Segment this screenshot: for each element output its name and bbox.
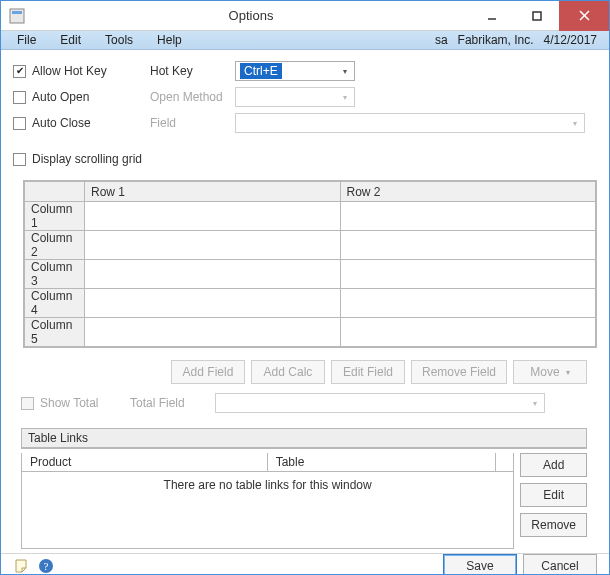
- grid-row-header: Column 5: [25, 318, 85, 347]
- move-button[interactable]: Move▾: [513, 360, 587, 384]
- close-button[interactable]: [559, 1, 609, 31]
- grid-cell[interactable]: [340, 260, 596, 289]
- hot-key-label: Hot Key: [150, 64, 235, 78]
- note-icon[interactable]: [13, 557, 31, 575]
- cancel-button[interactable]: Cancel: [523, 554, 597, 575]
- grid-cell[interactable]: [340, 202, 596, 231]
- links-col-tail: [495, 453, 513, 471]
- allow-hot-key-label: Allow Hot Key: [32, 64, 150, 78]
- grid-cell[interactable]: [85, 202, 341, 231]
- add-calc-button[interactable]: Add Calc: [251, 360, 325, 384]
- grid-cell[interactable]: [85, 318, 341, 347]
- chevron-down-icon: ▾: [568, 116, 582, 130]
- minimize-button[interactable]: [469, 1, 514, 31]
- svg-rect-1: [12, 11, 22, 14]
- grid-row-header: Column 4: [25, 289, 85, 318]
- grid-button-row: Add Field Add Calc Edit Field Remove Fie…: [13, 360, 587, 384]
- status-date: 4/12/2017: [544, 33, 597, 47]
- chevron-down-icon: ▾: [338, 64, 352, 78]
- grid-cell[interactable]: [340, 318, 596, 347]
- table-links-section: Table Links: [21, 428, 587, 449]
- grid-row-header: Column 3: [25, 260, 85, 289]
- auto-open-checkbox[interactable]: [13, 91, 26, 104]
- auto-open-label: Auto Open: [32, 90, 150, 104]
- display-scrolling-grid-checkbox[interactable]: [13, 153, 26, 166]
- menu-tools[interactable]: Tools: [95, 31, 143, 49]
- field-combo[interactable]: ▾: [235, 113, 585, 133]
- menu-help[interactable]: Help: [147, 31, 192, 49]
- status-user: sa: [435, 33, 448, 47]
- total-field-combo[interactable]: ▾: [215, 393, 545, 413]
- footer: ? Save Cancel: [1, 553, 609, 575]
- add-field-button[interactable]: Add Field: [171, 360, 245, 384]
- svg-rect-3: [533, 12, 541, 20]
- grid-cell[interactable]: [340, 289, 596, 318]
- table-links-header: Table Links: [22, 429, 586, 448]
- hot-key-combo[interactable]: Ctrl+E ▾: [235, 61, 355, 81]
- grid-row-header: Column 2: [25, 231, 85, 260]
- show-total-label: Show Total: [40, 396, 130, 410]
- allow-hot-key-checkbox[interactable]: ✔: [13, 65, 26, 78]
- grid-cell[interactable]: [85, 260, 341, 289]
- svg-text:?: ?: [44, 560, 49, 572]
- move-button-label: Move: [530, 365, 559, 379]
- chevron-down-icon: ▾: [528, 396, 542, 410]
- display-scrolling-grid-label: Display scrolling grid: [32, 152, 142, 166]
- links-edit-button[interactable]: Edit: [520, 483, 587, 507]
- links-add-button[interactable]: Add: [520, 453, 587, 477]
- field-label: Field: [150, 116, 235, 130]
- chevron-down-icon: ▾: [566, 368, 570, 377]
- grid-col-header: Row 1: [85, 182, 341, 202]
- chevron-down-icon: ▾: [338, 90, 352, 104]
- grid-col-header: Row 2: [340, 182, 596, 202]
- auto-close-label: Auto Close: [32, 116, 150, 130]
- open-method-combo[interactable]: ▾: [235, 87, 355, 107]
- open-method-label: Open Method: [150, 90, 235, 104]
- menubar: File Edit Tools Help sa Fabrikam, Inc. 4…: [1, 31, 609, 50]
- field-grid: Row 1 Row 2 Column 1 Column 2 Column 3 C…: [23, 180, 597, 348]
- window-title: Options: [33, 8, 469, 23]
- table-links-list: Product Table There are no table links f…: [21, 453, 514, 549]
- menu-edit[interactable]: Edit: [50, 31, 91, 49]
- remove-field-button[interactable]: Remove Field: [411, 360, 507, 384]
- grid-corner: [25, 182, 85, 202]
- grid-cell[interactable]: [85, 289, 341, 318]
- links-col-table: Table: [268, 453, 496, 471]
- maximize-button[interactable]: [514, 1, 559, 31]
- grid-row-header: Column 1: [25, 202, 85, 231]
- titlebar: Options: [1, 1, 609, 31]
- show-total-checkbox[interactable]: [21, 397, 34, 410]
- grid-cell[interactable]: [340, 231, 596, 260]
- links-remove-button[interactable]: Remove: [520, 513, 587, 537]
- app-icon: [9, 8, 25, 24]
- grid-cell[interactable]: [85, 231, 341, 260]
- menu-file[interactable]: File: [7, 31, 46, 49]
- links-empty-message: There are no table links for this window: [22, 472, 513, 548]
- hot-key-value: Ctrl+E: [240, 63, 282, 79]
- auto-close-checkbox[interactable]: [13, 117, 26, 130]
- total-field-label: Total Field: [130, 396, 215, 410]
- help-icon[interactable]: ?: [37, 557, 55, 575]
- links-col-product: Product: [22, 453, 268, 471]
- save-button[interactable]: Save: [443, 554, 517, 575]
- status-company: Fabrikam, Inc.: [458, 33, 534, 47]
- edit-field-button[interactable]: Edit Field: [331, 360, 405, 384]
